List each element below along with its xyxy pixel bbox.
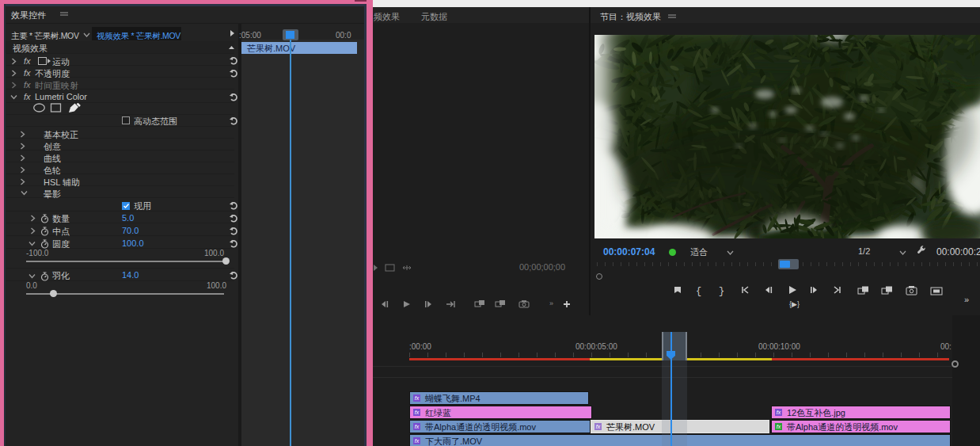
svg-text:{: { [696,286,701,297]
svg-text:}: } [719,286,724,297]
svg-text:»: » [549,299,553,307]
